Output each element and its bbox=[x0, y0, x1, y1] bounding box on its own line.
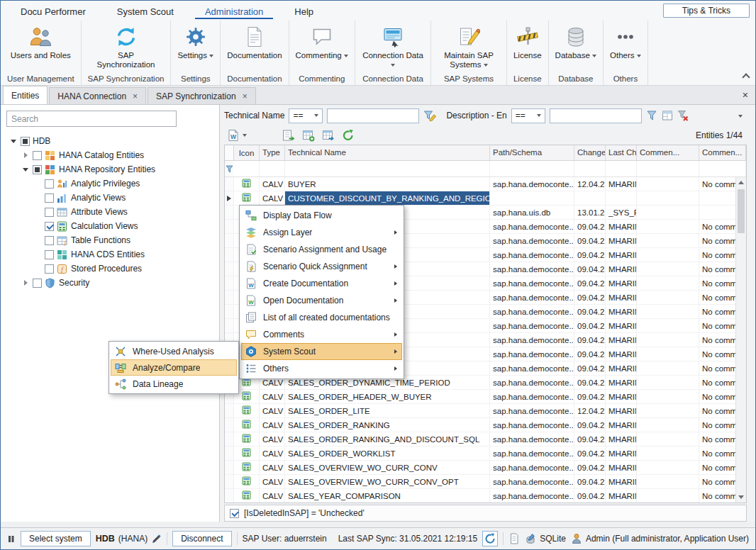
menu-item-help[interactable]: Help bbox=[284, 3, 323, 19]
context-menu-item-system-scout[interactable]: System Scout bbox=[241, 343, 402, 360]
ribbon-button-others[interactable]: Others bbox=[610, 23, 641, 60]
auto-filter-cell[interactable] bbox=[260, 161, 285, 176]
context-menu-item-open-documentation[interactable]: WOpen Documentation bbox=[241, 292, 402, 309]
context-menu-item-create-documentation[interactable]: WCreate Documentation bbox=[241, 275, 402, 292]
create-documentation-dropdown-icon[interactable] bbox=[243, 134, 247, 137]
tree-node-stored-procedures[interactable]: fStored Procedures bbox=[6, 262, 219, 276]
sync-status-button[interactable] bbox=[482, 531, 498, 546]
column-header-change[interactable]: Change... bbox=[574, 145, 606, 160]
tree-checkbox[interactable] bbox=[45, 264, 54, 274]
column-header-technical-name[interactable]: Technical Name bbox=[285, 145, 490, 160]
expander-icon[interactable] bbox=[33, 179, 42, 188]
grid-export-icon[interactable] bbox=[321, 128, 336, 143]
ribbon-button-users-and-roles[interactable]: Users and Roles bbox=[11, 23, 71, 60]
tree-node-hana-cds-entities[interactable]: HANA CDS Entities bbox=[6, 247, 219, 262]
submenu-item-analyze-compare[interactable]: Analyze/Compare bbox=[111, 359, 237, 376]
tree-checkbox[interactable] bbox=[45, 250, 54, 259]
filter-active-checkbox[interactable] bbox=[230, 509, 239, 518]
menu-item-system-scout[interactable]: System Scout bbox=[107, 3, 184, 19]
tree-checkbox[interactable] bbox=[21, 137, 30, 146]
ribbon-button-connection-data[interactable]: Connection Data bbox=[362, 23, 424, 69]
filter-layout-icon[interactable] bbox=[662, 110, 673, 121]
expander-icon[interactable] bbox=[33, 193, 42, 202]
menu-item-administration[interactable]: Administration bbox=[195, 3, 273, 19]
tree-checkbox[interactable] bbox=[45, 179, 54, 189]
ribbon-button-settings[interactable]: Settings bbox=[177, 23, 213, 60]
context-menu-item-scenario-quick-assignment[interactable]: Scenario Quick Assignment bbox=[241, 258, 402, 275]
filter-operator-description[interactable]: == bbox=[511, 108, 545, 123]
ribbon-button-maintain-sap-systems[interactable]: Maintain SAP Systems bbox=[438, 23, 500, 69]
ribbon-button-database[interactable]: Database bbox=[555, 23, 596, 60]
auto-filter-cell[interactable] bbox=[285, 161, 490, 176]
menu-item-docu-performer[interactable]: Docu Performer bbox=[11, 3, 96, 19]
context-menu-item-display-data-flow[interactable]: Display Data Flow bbox=[241, 207, 402, 224]
tree-checkbox[interactable] bbox=[45, 208, 54, 217]
auto-filter-cell[interactable] bbox=[490, 161, 574, 176]
column-header-commen[interactable]: Commen... bbox=[637, 145, 699, 160]
expander-icon[interactable] bbox=[33, 222, 42, 230]
tree-checkbox[interactable] bbox=[33, 151, 42, 160]
table-row[interactable]: CALVSALES_ORDER_LITEsap.hana.democonte..… bbox=[225, 404, 746, 418]
column-header-commen[interactable]: Commen... bbox=[699, 145, 746, 160]
select-system-button[interactable]: Select system bbox=[21, 531, 91, 546]
vertical-scrollbar[interactable] bbox=[735, 177, 746, 503]
create-documentation-tool-icon[interactable]: W bbox=[226, 128, 241, 143]
ribbon-button-documentation[interactable]: Documentation bbox=[227, 23, 282, 60]
tree-node-analytic-privileges[interactable]: Analytic Privileges bbox=[6, 176, 219, 191]
tree-checkbox[interactable] bbox=[33, 165, 42, 174]
tab-close-icon[interactable]: × bbox=[243, 92, 248, 101]
context-menu-item-assign-layer[interactable]: Assign Layer bbox=[241, 224, 402, 241]
expander-icon[interactable] bbox=[33, 208, 42, 216]
auto-filter-cell[interactable] bbox=[234, 161, 260, 176]
auto-filter-cell[interactable] bbox=[699, 161, 746, 176]
expander-icon[interactable] bbox=[33, 236, 42, 245]
tabbar-close-icon[interactable]: × bbox=[743, 90, 748, 100]
auto-filter-cell[interactable] bbox=[606, 161, 637, 176]
tree-node-calculation-views[interactable]: Calculation Views bbox=[6, 219, 219, 233]
ribbon-button-sap-synchronization[interactable]: SAP Synchronization bbox=[95, 23, 157, 69]
expander-icon[interactable] bbox=[21, 279, 30, 287]
submenu-item-where-used-analysis[interactable]: Where-Used Analysis bbox=[111, 343, 237, 359]
filter-panel-chevron-icon[interactable] bbox=[738, 111, 743, 120]
tree-node-hdb[interactable]: HDB bbox=[6, 134, 219, 148]
tree-node-table-functions[interactable]: fTable Functions bbox=[6, 233, 219, 247]
table-row[interactable]: CALVCUSTOMER_DISCOUNT_BY_RANKING_AND_REG… bbox=[225, 191, 746, 206]
column-header-last-cha[interactable]: Last Cha... bbox=[606, 145, 637, 160]
expander-icon[interactable] bbox=[33, 264, 42, 273]
expander-icon[interactable] bbox=[9, 137, 18, 145]
tab-close-icon[interactable]: × bbox=[133, 92, 138, 101]
tab-entities[interactable]: Entities bbox=[3, 86, 48, 104]
table-row[interactable]: CALVSALES_ORDER_HEADER_W_BUYERsap.hana.d… bbox=[225, 390, 746, 404]
table-row[interactable]: CALVSALES_YEAR_COMPARISONsap.hana.democo… bbox=[225, 489, 746, 503]
tree-node-attribute-views[interactable]: Attribute Views bbox=[6, 205, 219, 219]
context-menu-item-others[interactable]: Others bbox=[241, 360, 402, 377]
column-header-type[interactable]: Type bbox=[260, 145, 285, 160]
tips-tricks-button[interactable]: Tips & Tricks bbox=[663, 4, 750, 18]
table-row[interactable]: CALVSALES_OVERVIEW_WO_CURR_CONV_OPTsap.h… bbox=[225, 475, 746, 489]
clear-filter-icon[interactable] bbox=[677, 110, 689, 121]
table-row[interactable]: CALVBUYERsap.hana.democonte...12.04.2...… bbox=[225, 177, 746, 191]
expander-icon[interactable] bbox=[33, 250, 42, 259]
table-row[interactable]: CALVSALES_OVERVIEW_WO_CURR_CONVsap.hana.… bbox=[225, 461, 746, 475]
filter-operator-technical-name[interactable]: == bbox=[289, 108, 323, 123]
context-menu-item-scenario-assignment-and-usage[interactable]: Scenario Assignment and Usage bbox=[241, 241, 402, 258]
context-menu-item-comments[interactable]: Comments bbox=[241, 326, 402, 343]
search-input[interactable] bbox=[6, 111, 177, 127]
submenu-item-data-lineage[interactable]: Data Lineage bbox=[111, 376, 237, 392]
tab-hana-connection[interactable]: HANA Connection× bbox=[49, 87, 146, 104]
auto-filter-cell[interactable] bbox=[637, 161, 699, 176]
ribbon-button-commenting[interactable]: Commenting bbox=[296, 23, 348, 60]
scroll-down-arrow-icon[interactable] bbox=[736, 492, 746, 503]
scrollbar-thumb[interactable] bbox=[738, 189, 745, 233]
column-header-icon[interactable]: Icon bbox=[234, 145, 260, 160]
tree-node-analytic-views[interactable]: Analytic Views bbox=[6, 191, 219, 205]
expander-icon[interactable] bbox=[21, 165, 30, 174]
filter-input-technical-name[interactable] bbox=[327, 108, 419, 123]
table-row[interactable]: CALVSALES_ORDER_RANKING_AND_DISCOUNT_SQL… bbox=[225, 432, 746, 447]
filter-input-description[interactable] bbox=[550, 108, 642, 123]
column-header-path-schema[interactable]: Path/Schema bbox=[490, 145, 574, 160]
ribbon-button-license[interactable]: License bbox=[513, 23, 542, 60]
tree-node-security[interactable]: Security bbox=[6, 276, 219, 290]
grid-layout-add-icon[interactable] bbox=[301, 128, 316, 143]
export-grid-icon[interactable] bbox=[281, 128, 296, 143]
